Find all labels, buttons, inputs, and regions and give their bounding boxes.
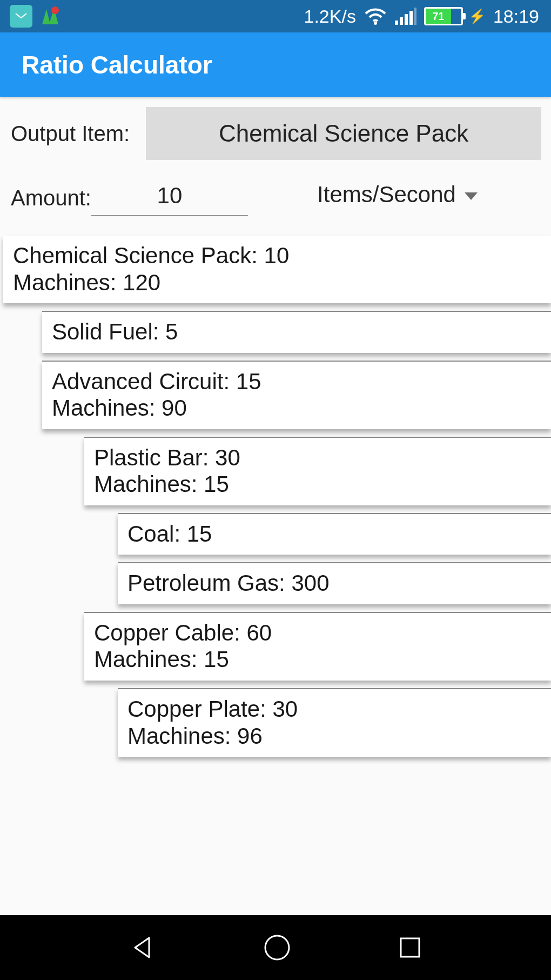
output-item-button[interactable]: Chemical Science Pack — [146, 107, 541, 160]
tree-node-advanced-circuit[interactable]: Advanced Circuit: 15 Machines: 90 — [42, 361, 551, 429]
svg-rect-2 — [395, 21, 398, 25]
svg-point-7 — [265, 936, 289, 959]
tree-node-plastic-bar[interactable]: Plastic Bar: 30 Machines: 15 — [84, 437, 551, 505]
tree-line: Copper Plate: 30 — [127, 696, 541, 723]
tree-line: Machines: 90 — [52, 395, 541, 422]
app-title: Ratio Calculator — [22, 50, 212, 79]
data-rate: 1.2K/s — [304, 6, 356, 27]
wifi-icon — [364, 7, 387, 25]
status-left — [10, 5, 62, 28]
status-bar: 1.2K/s 71 ⚡ 18:19 — [0, 0, 551, 32]
tree-node-copper-cable[interactable]: Copper Cable: 60 Machines: 15 — [84, 612, 551, 681]
chevron-down-icon — [465, 192, 478, 200]
home-button[interactable] — [262, 932, 292, 963]
maps-icon — [39, 5, 62, 28]
svg-point-1 — [374, 22, 377, 25]
charging-icon: ⚡ — [468, 8, 486, 25]
tree-line: Copper Cable: 60 — [94, 619, 541, 646]
tree-line: Plastic Bar: 30 — [94, 444, 541, 471]
tree-line: Machines: 15 — [94, 471, 541, 498]
svg-rect-8 — [401, 938, 419, 957]
tree-line: Petroleum Gas: 300 — [127, 570, 541, 597]
tree-node-copper-plate[interactable]: Copper Plate: 30 Machines: 96 — [118, 688, 551, 757]
status-right: 1.2K/s 71 ⚡ 18:19 — [304, 6, 539, 27]
back-button[interactable] — [127, 932, 158, 963]
unit-select[interactable]: Items/Second — [253, 182, 541, 214]
tree-line: Machines: 120 — [13, 269, 541, 296]
unit-select-value: Items/Second — [317, 182, 456, 208]
tree-line: Coal: 15 — [127, 521, 541, 548]
recent-apps-button[interactable] — [397, 934, 424, 961]
form-area: Output Item: Chemical Science Pack Amoun… — [0, 97, 551, 232]
svg-rect-6 — [414, 8, 416, 25]
signal-icon — [395, 8, 416, 25]
notification-icon — [10, 5, 32, 28]
tree-line: Advanced Circuit: 15 — [52, 368, 541, 395]
tree-line: Machines: 15 — [94, 646, 541, 673]
output-item-label: Output Item: — [10, 122, 130, 146]
tree-line: Machines: 96 — [127, 723, 541, 750]
amount-input[interactable] — [91, 179, 248, 216]
navigation-bar — [0, 915, 551, 980]
tree-line: Chemical Science Pack: 10 — [13, 242, 541, 269]
battery-level: 71 — [426, 9, 451, 24]
amount-label: Amount: — [10, 186, 91, 210]
svg-rect-4 — [405, 14, 408, 25]
tree-node-coal[interactable]: Coal: 15 — [118, 513, 551, 555]
svg-point-0 — [51, 6, 59, 14]
tree-node-petroleum-gas[interactable]: Petroleum Gas: 300 — [118, 562, 551, 604]
result-tree: Chemical Science Pack: 10 Machines: 120 … — [0, 232, 551, 757]
app-bar: Ratio Calculator — [0, 32, 551, 97]
tree-line: Solid Fuel: 5 — [52, 318, 541, 345]
battery-icon: 71 — [424, 7, 463, 25]
clock: 18:19 — [493, 6, 539, 27]
amount-row: Amount: Items/Second — [10, 179, 541, 216]
output-row: Output Item: Chemical Science Pack — [10, 107, 541, 160]
svg-rect-3 — [400, 17, 403, 25]
tree-node-root[interactable]: Chemical Science Pack: 10 Machines: 120 — [3, 236, 551, 303]
svg-rect-5 — [409, 11, 413, 25]
tree-node-solid-fuel[interactable]: Solid Fuel: 5 — [42, 311, 551, 353]
